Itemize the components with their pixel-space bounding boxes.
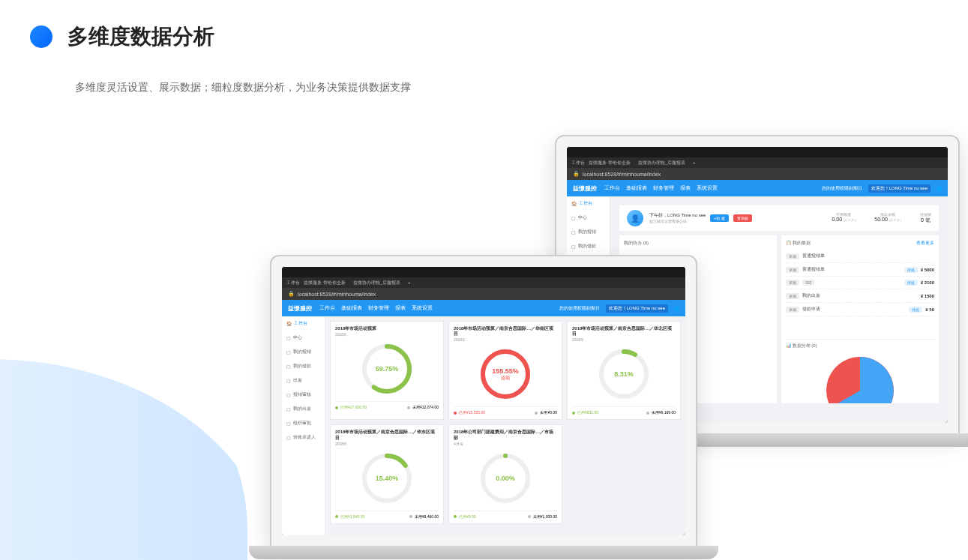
donut-chart: 155.55%超额 xyxy=(479,348,532,400)
card-title: 2018年市场活动预算／南京合思国际…／华北区项目 xyxy=(572,326,676,337)
greeting: 下午好，LONG Time no see xyxy=(649,212,706,218)
app-topbar: 益憬服控 工作台基础报表财务管理报表系统设置 您的使用权限到期日 欢迎您！LON… xyxy=(567,180,948,196)
lang-icon[interactable]: 🌐 xyxy=(937,186,942,191)
sidebar-item[interactable]: ▢我的借款 xyxy=(567,239,610,253)
decorative-wave xyxy=(0,335,247,560)
donut-chart: 59.75% xyxy=(361,343,413,395)
list-item[interactable]: 草稿借款申请待提¥ 50 xyxy=(786,303,934,316)
menu-item[interactable]: 财务管理 xyxy=(653,184,674,192)
pie-title: 数据分布 xyxy=(793,343,811,348)
card-title: 2018年市场活动预算／南京合思国际…／华东区项目 xyxy=(335,430,439,440)
notice-text: 您的使用权限到期日 xyxy=(559,305,600,312)
list-item[interactable]: 草稿普通报销单 xyxy=(786,250,934,263)
app-topbar: 益憬服控 工作台基础报表财务管理报表系统设置 您的使用权限到期日 欢迎您！LON… xyxy=(282,300,685,316)
url-bar[interactable]: 🔒 localhost:8528/#/minhouma/index xyxy=(567,168,948,180)
budget-card[interactable]: 2018年市场活动预算／南京合思国际…／华东区项目2018年15.40%已用¥1… xyxy=(330,424,444,523)
sidebar-item[interactable]: 🏠工作台 xyxy=(567,196,610,211)
avatar[interactable]: 👤 xyxy=(627,210,643,226)
window-titlebar xyxy=(282,267,685,277)
menu-icon: ▢ xyxy=(571,244,576,249)
menu-icon: ▢ xyxy=(286,378,291,383)
menu-icon: ▢ xyxy=(286,364,291,369)
sidebar-item[interactable]: ▢我的报销 xyxy=(567,225,610,239)
welcome-text: 欢迎您！LONG Time no see xyxy=(606,304,668,313)
sidebar-item[interactable]: ▢组织审批 xyxy=(282,416,325,430)
welcome-text: 欢迎您！LONG Time no see xyxy=(868,184,931,193)
company-name: 益江城市运营有限公司 xyxy=(649,219,706,224)
url-bar[interactable]: 🔒 localhost:8528/#/minhouma/index xyxy=(282,288,685,300)
browser-tabs: 工作台 · 益憬服务·带给你全新 益憬协办理校_后服报表 + xyxy=(282,277,685,288)
donut-chart: 0.00% xyxy=(479,452,532,505)
menu-icon: ▢ xyxy=(286,406,291,412)
donut-chart: 8.31% xyxy=(598,348,650,400)
app-logo[interactable]: 益憬服控 xyxy=(573,184,597,193)
menu-icon: ▢ xyxy=(286,349,291,355)
browser-tab[interactable]: 工作台 · 益憬服务·带给你全新 xyxy=(571,160,631,166)
list-item[interactable]: 草稿普通报销单待提¥ 5000 xyxy=(786,263,934,277)
sidebar-item[interactable]: ▢报销审核 xyxy=(282,388,325,402)
menu-icon: ▢ xyxy=(286,392,291,397)
menu-item[interactable]: 基础报表 xyxy=(341,304,362,312)
browser-tabs: 工作台 · 益憬服务·带给你全新 益憬协办理校_后服报表 + xyxy=(567,157,948,168)
sidebar: 🏠工作台▢中心▢我的报销▢我的借款▢出差▢报销审核▢我的出差▢组织审批▢转账承诺… xyxy=(282,316,325,535)
card-title: 2018年市场活动预算／南京合思国际…／华南区项目 xyxy=(454,326,557,337)
laptop-front: 工作台 · 益憬服务·带给你全新 益憬协办理校_后服报表 + 🔒 localho… xyxy=(270,255,697,547)
budget-card[interactable]: 2018年市场活动预算／南京合思国际…／华北区项目2018年8.31%已用¥83… xyxy=(567,321,681,420)
sidebar-item[interactable]: ▢中心 xyxy=(567,211,610,225)
menu-item[interactable]: 财务管理 xyxy=(368,304,389,312)
notice-text: 您的使用权限到期日 xyxy=(822,185,862,192)
url-text: localhost:8528/#/minhouma/index xyxy=(583,172,661,177)
sidebar-item[interactable]: ▢我的出差 xyxy=(282,402,325,416)
pie-chart xyxy=(786,357,934,403)
create-button[interactable]: +创 建 xyxy=(710,214,728,222)
menu-icon: ▢ xyxy=(571,229,576,235)
app-menu: 工作台基础报表财务管理报表系统设置 xyxy=(604,184,718,192)
menu-item[interactable]: 报表 xyxy=(680,184,691,192)
docs-panel: 📋 我的单据 查看更多 草稿普通报销单草稿普通报销单待提¥ 5000草稿333待… xyxy=(781,235,939,403)
menu-item[interactable]: 系统设置 xyxy=(412,304,433,312)
page-title: 多维度数据分析 xyxy=(67,22,214,51)
profile-strip: 👤 下午好，LONG Time no see 益江城市运营有限公司 +创 建 查… xyxy=(619,205,939,231)
query-button[interactable]: 查询校 xyxy=(733,214,752,222)
stat-block: 借款余额50.00 (共 0 天 ) xyxy=(874,212,901,224)
menu-item[interactable]: 系统设置 xyxy=(697,184,718,192)
app-logo[interactable]: 益憬服控 xyxy=(288,304,312,313)
stat-block: 可用额度0.00 (共 0 天 ) xyxy=(832,212,856,224)
budget-card[interactable]: 2018年市场活动预算2018年59.75%已用¥17,926.00未用¥12,… xyxy=(330,321,444,420)
menu-item[interactable]: 工作台 xyxy=(604,184,620,192)
menu-icon: ▢ xyxy=(286,421,291,426)
menu-icon: ▢ xyxy=(286,335,291,340)
donut-chart: 15.40% xyxy=(361,452,413,505)
page-subtitle: 多维度灵活设置、展示数据；细粒度数据分析，为业务决策提供数据支撑 xyxy=(75,81,938,94)
card-title: 2018年公司部门团建费用／南京合思国际…／市场部 xyxy=(454,430,557,440)
url-text: localhost:8528/#/minhouma/index xyxy=(298,292,376,297)
list-item[interactable]: 草稿333待提¥ 2100 xyxy=(786,277,934,289)
window-titlebar xyxy=(567,147,948,157)
sidebar-item[interactable]: ▢出差 xyxy=(282,373,325,388)
bullet-icon xyxy=(30,25,52,48)
list-item[interactable]: 草稿我的出差¥ 1500 xyxy=(786,289,934,303)
app-menu: 工作台基础报表财务管理报表系统设置 xyxy=(319,304,433,312)
menu-item[interactable]: 基础报表 xyxy=(626,184,647,192)
browser-tab[interactable]: 工作台 · 益憬服务·带给你全新 xyxy=(286,280,346,286)
sidebar-item[interactable]: ▢我的借款 xyxy=(282,359,325,373)
browser-tab[interactable]: 益憬协办理校_后服报表 xyxy=(638,160,685,166)
menu-icon: 🏠 xyxy=(286,321,292,326)
sidebar-item[interactable]: ▢中心 xyxy=(282,331,325,345)
view-more-link[interactable]: 查看更多 xyxy=(916,240,934,247)
sidebar-item[interactable]: 🏠工作台 xyxy=(282,316,325,331)
budget-card[interactable]: 2018年公司部门团建费用／南京合思国际…／市场部4月份0.00%已用¥0.00… xyxy=(448,424,562,523)
lock-icon: 🔒 xyxy=(573,171,580,177)
menu-icon: 🏠 xyxy=(571,201,577,206)
sidebar-item[interactable]: ▢转账承诺人 xyxy=(282,430,325,445)
menu-item[interactable]: 报表 xyxy=(395,304,406,312)
menu-item[interactable]: 工作台 xyxy=(319,304,335,312)
page-header: 多维度数据分析 多维度灵活设置、展示数据；细粒度数据分析，为业务决策提供数据支撑 xyxy=(0,0,968,102)
card-title: 2018年市场活动预算 xyxy=(335,326,439,331)
sidebar-item[interactable]: ▢我的报销 xyxy=(282,345,325,359)
menu-icon: ▢ xyxy=(571,215,576,220)
browser-tab[interactable]: 益憬协办理校_后服报表 xyxy=(353,280,400,286)
budget-card[interactable]: 2018年市场活动预算／南京合思国际…／华南区项目2018年155.55%超额已… xyxy=(448,321,562,420)
stat-block: 待报销0 笔 xyxy=(920,212,931,224)
lang-icon[interactable]: 🌐 xyxy=(674,306,679,311)
